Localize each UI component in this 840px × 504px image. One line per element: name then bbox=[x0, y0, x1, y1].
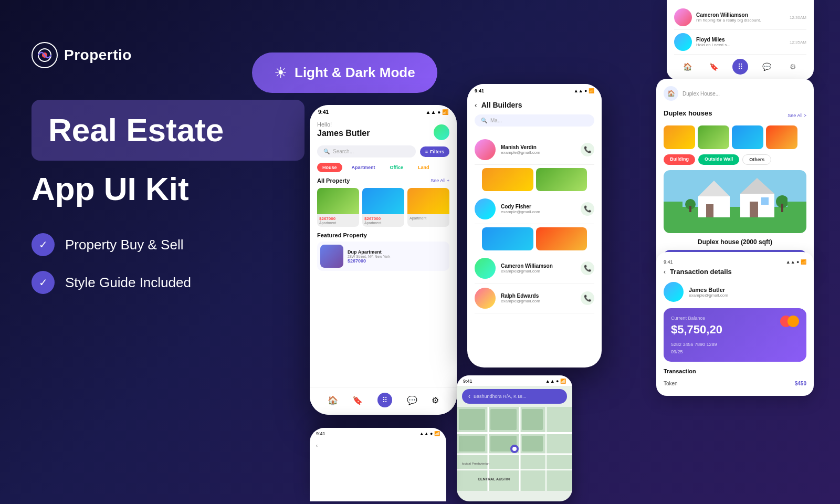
filter-label: Filters bbox=[430, 149, 444, 154]
duplex-breadcrumb: Duplex House... bbox=[682, 91, 720, 97]
nav-chat-icon[interactable]: 💬 bbox=[407, 395, 417, 405]
svg-rect-25 bbox=[522, 409, 543, 430]
txn-back-arrow[interactable]: ‹ bbox=[664, 268, 666, 276]
prop-img-3 bbox=[407, 188, 449, 214]
map-back-icon[interactable]: ‹ bbox=[468, 393, 470, 400]
check-icon-2: ✓ bbox=[39, 276, 48, 289]
builder-email-2: example@gmail.com bbox=[501, 209, 540, 214]
svg-rect-23 bbox=[459, 409, 485, 430]
duplex-thumb-1[interactable] bbox=[664, 125, 695, 149]
mode-button[interactable]: ☀ Light & Dark Mode bbox=[252, 52, 437, 93]
duplex-property-name: Duplex house (2000 sqft) bbox=[664, 238, 806, 246]
prop-card-3[interactable]: Apartment bbox=[407, 188, 449, 227]
svg-rect-15 bbox=[781, 204, 783, 212]
duplex-see-all[interactable]: See All > bbox=[788, 113, 806, 118]
duplex-thumb-3[interactable] bbox=[732, 125, 763, 149]
txn-user-row: James Butler example@gmail.com bbox=[664, 282, 806, 302]
txn-status-bar: 9:41 ▲▲ ● 📶 bbox=[664, 259, 806, 265]
chat-name-2: Floyd Miles bbox=[696, 37, 785, 43]
hero-title-badge: Real Estate bbox=[32, 100, 304, 161]
featured-card[interactable]: Dup Apartment 28W Street, NY, New York $… bbox=[317, 242, 449, 271]
type-office[interactable]: Office bbox=[385, 163, 409, 172]
prop-card-2[interactable]: $267000 Apartment bbox=[362, 188, 404, 227]
mastercard-icon bbox=[780, 316, 799, 327]
balance-card: Current Balance $5,750,20 5282 3456 7890… bbox=[664, 308, 806, 362]
builder-call-4[interactable]: 📞 bbox=[581, 291, 594, 305]
prop-price-1: $267000 bbox=[319, 216, 357, 221]
nav-settings-icon[interactable]: ⚙ bbox=[432, 395, 439, 405]
svg-rect-24 bbox=[490, 409, 517, 430]
duplex-section-row: Duplex houses See All > bbox=[664, 109, 806, 121]
builder-item-2[interactable]: Cody Fisher example@gmail.com 📞 bbox=[475, 194, 594, 224]
bottom-phone-content: ‹ bbox=[310, 439, 446, 452]
search-placeholder: Search... bbox=[333, 149, 354, 154]
duplex-house-visual bbox=[664, 170, 806, 233]
search-box[interactable]: 🔍 Search... bbox=[317, 145, 416, 158]
settings-nav-icon[interactable]: ⚙ bbox=[785, 59, 801, 75]
filter-outside-wall[interactable]: Outside Wall bbox=[698, 154, 739, 165]
builder-prop-img-2a bbox=[482, 227, 533, 250]
check-icon-1: ✓ bbox=[39, 238, 48, 251]
search-row: 🔍 Search... ≡ Filters bbox=[317, 145, 449, 158]
builder-name-4: Ralph Edwards bbox=[501, 293, 540, 299]
grid-nav-icon[interactable]: ⠿ bbox=[732, 59, 748, 75]
builder-call-1[interactable]: 📞 bbox=[581, 143, 594, 156]
filter-button[interactable]: ≡ Filters bbox=[420, 146, 449, 157]
map-signals: ▲▲ ● 📶 bbox=[545, 379, 566, 384]
builder-item-3[interactable]: Cameron Williamson example@gmail.com 📞 bbox=[475, 254, 594, 284]
duplex-home-icon: 🏠 bbox=[664, 86, 678, 101]
builder-info-1: Manish Verdin example@gmail.com bbox=[501, 144, 540, 155]
feature-text-1: Property Buy & Sell bbox=[65, 237, 183, 253]
nav-grid-icon[interactable]: ⠿ bbox=[377, 393, 392, 407]
duplex-thumb-4[interactable] bbox=[766, 125, 797, 149]
txn-signal-icons: ▲▲ ● 📶 bbox=[786, 259, 806, 265]
prop-card-1[interactable]: $267000 Apartment bbox=[317, 188, 359, 227]
chat-avatar-2 bbox=[674, 33, 692, 51]
feature-text-2: Style Guide Included bbox=[65, 275, 191, 291]
nav-bookmark-icon[interactable]: 🔖 bbox=[352, 395, 363, 405]
filter-building[interactable]: Building bbox=[664, 154, 695, 165]
svg-text:CENTRAL AUSTIN: CENTRAL AUSTIN bbox=[478, 477, 510, 481]
chat-time-2: 12:35AM bbox=[790, 40, 806, 45]
phone-signals-2: ▲▲ ● 📶 bbox=[574, 88, 594, 93]
logo-icon bbox=[32, 42, 58, 68]
builder-prop-img-1a bbox=[482, 168, 533, 191]
builder-email-3: example@gmail.com bbox=[501, 269, 553, 274]
builder-info-3: Cameron Williamson example@gmail.com bbox=[501, 263, 553, 274]
bookmark-nav-icon[interactable]: 🔖 bbox=[706, 59, 722, 75]
builder-search[interactable]: 🔍 Ma... bbox=[475, 114, 594, 127]
check-circle-1: ✓ bbox=[32, 233, 55, 256]
home-nav-icon[interactable]: 🏠 bbox=[679, 59, 695, 75]
chat-item-2[interactable]: Floyd Miles Hold on I need s... 12:35AM bbox=[674, 30, 806, 55]
feature-item-1: ✓ Property Buy & Sell bbox=[32, 233, 304, 256]
chat-nav-icon[interactable]: 💬 bbox=[759, 59, 774, 75]
type-land[interactable]: Land bbox=[413, 163, 435, 172]
txn-avatar bbox=[664, 282, 684, 302]
builder-call-3[interactable]: 📞 bbox=[581, 261, 594, 275]
phone-status-bar-2: 9:41 ▲▲ ● 📶 bbox=[467, 84, 602, 94]
property-types: House Apartment Office Land bbox=[317, 163, 449, 172]
txn-token-label: Token bbox=[664, 381, 678, 386]
duplex-thumb-2[interactable] bbox=[698, 125, 729, 149]
prop-info-2: $267000 Apartment bbox=[362, 214, 404, 227]
filter-others[interactable]: Others bbox=[742, 154, 771, 165]
chat-item-1[interactable]: Cameron Williamson I'm hoping for a real… bbox=[674, 5, 806, 30]
builder-item-1[interactable]: Manish Verdin example@gmail.com 📞 bbox=[475, 135, 594, 165]
duplex-header: 🏠 Duplex House... bbox=[664, 86, 806, 104]
back-arrow-icon[interactable]: ‹ bbox=[475, 101, 477, 109]
all-property-see-all[interactable]: See All + bbox=[430, 178, 449, 183]
map-search-bar[interactable]: ‹ Bashundhora R/A, K BI... bbox=[462, 389, 567, 404]
builder-avatar-2 bbox=[475, 198, 496, 219]
svg-rect-26 bbox=[459, 436, 485, 452]
nav-home-icon[interactable]: 🏠 bbox=[328, 395, 338, 405]
map-search-text: Bashundhora R/A, K BI... bbox=[474, 394, 527, 399]
feature-list: ✓ Property Buy & Sell ✓ Style Guide Incl… bbox=[32, 233, 304, 294]
builder-call-2[interactable]: 📞 bbox=[581, 202, 594, 216]
svg-rect-10 bbox=[750, 202, 758, 217]
check-circle-2: ✓ bbox=[32, 271, 55, 294]
txn-user-name: James Butler bbox=[689, 287, 728, 293]
type-house[interactable]: House bbox=[317, 163, 342, 172]
type-apartment[interactable]: Apartment bbox=[346, 163, 381, 172]
builder-item-4[interactable]: Ralph Edwards example@gmail.com 📞 bbox=[475, 284, 594, 313]
mc-orange-circle bbox=[788, 316, 799, 327]
